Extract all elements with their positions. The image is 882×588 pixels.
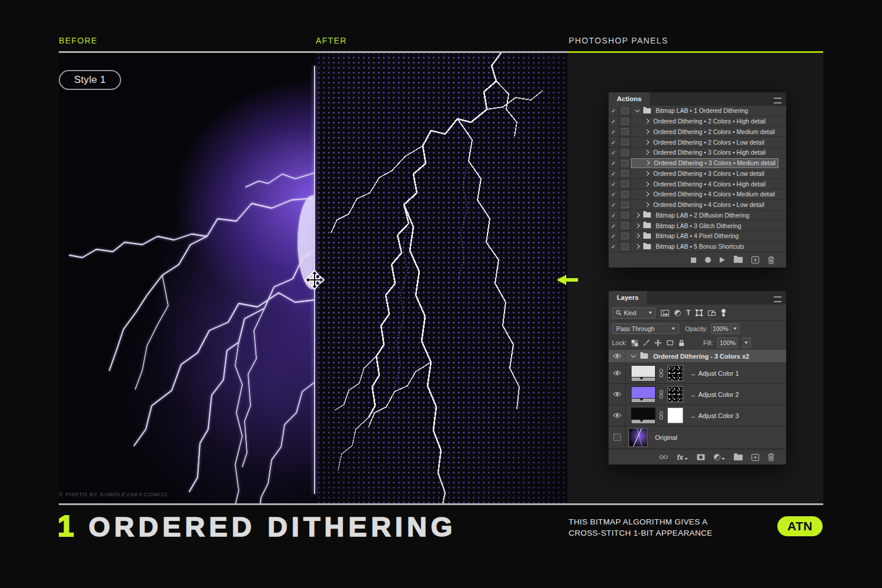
action-dialog-toggle[interactable]: [619, 231, 631, 241]
play-icon[interactable]: [720, 257, 725, 263]
chevron-right-icon[interactable]: [644, 119, 649, 123]
record-icon[interactable]: [705, 257, 711, 263]
action-dialog-toggle[interactable]: [619, 211, 631, 220]
fx-icon[interactable]: fx: [677, 455, 688, 460]
visibility-toggle[interactable]: [609, 405, 626, 426]
action-dialog-toggle[interactable]: [619, 169, 631, 179]
action-include-toggle[interactable]: [609, 242, 619, 252]
action-include-toggle[interactable]: [609, 169, 619, 179]
create-action-icon[interactable]: [751, 256, 759, 263]
opacity-dropdown[interactable]: [731, 323, 740, 334]
lock-transparent-icon[interactable]: [632, 340, 638, 346]
layer-row[interactable]: Original: [609, 426, 786, 449]
action-row[interactable]: Bitmap LAB • 1 Ordered Dithering: [609, 106, 786, 116]
chevron-right-icon[interactable]: [644, 202, 649, 207]
action-dialog-toggle[interactable]: [619, 127, 631, 137]
visibility-toggle[interactable]: [609, 350, 626, 362]
action-include-toggle[interactable]: [609, 179, 619, 189]
tab-actions[interactable]: Actions: [609, 92, 650, 106]
layer-thumbnail[interactable]: [632, 366, 655, 381]
action-row[interactable]: Ordered Dithering • 3 Colors • Low detai…: [609, 169, 786, 179]
layer-thumbnail[interactable]: [629, 429, 647, 446]
action-include-toggle[interactable]: [609, 189, 619, 199]
chevron-right-icon[interactable]: [644, 150, 649, 155]
action-row[interactable]: Ordered Dithering • 2 Colors • High deta…: [609, 116, 786, 127]
chevron-right-icon[interactable]: [645, 161, 650, 165]
layer-row[interactable]: ← Adjust Color 1: [609, 363, 786, 384]
action-dialog-toggle[interactable]: [619, 116, 631, 126]
lock-position-icon[interactable]: [654, 339, 662, 346]
chevron-right-icon[interactable]: [644, 181, 649, 186]
action-dialog-toggle[interactable]: [619, 189, 631, 199]
action-dialog-toggle[interactable]: [619, 106, 631, 116]
chevron-right-icon[interactable]: [644, 129, 649, 134]
action-row[interactable]: Ordered Dithering • 4 Colors • Low detai…: [609, 200, 786, 211]
link-icon[interactable]: [659, 455, 668, 460]
chevron-right-icon[interactable]: [635, 233, 640, 238]
group-icon[interactable]: [734, 455, 743, 460]
opacity-value[interactable]: 100%: [711, 323, 731, 334]
panel-menu-icon[interactable]: [774, 296, 781, 302]
smart-object-filter-icon[interactable]: [708, 310, 716, 316]
action-dialog-toggle[interactable]: [619, 137, 631, 147]
action-row[interactable]: Ordered Dithering • 2 Colors • Low detai…: [609, 137, 786, 148]
delete-icon[interactable]: [768, 453, 774, 461]
action-dialog-toggle[interactable]: [619, 220, 631, 230]
chevron-right-icon[interactable]: [635, 108, 640, 112]
action-row[interactable]: Ordered Dithering • 3 Colors • Medium de…: [609, 158, 786, 169]
move-cursor-icon[interactable]: [304, 269, 325, 290]
action-include-toggle[interactable]: [609, 137, 619, 147]
fill-value[interactable]: 100%: [717, 338, 737, 348]
chevron-right-icon[interactable]: [644, 192, 649, 196]
layer-group-row[interactable]: Ordered Dithering - 3 Colors x2: [609, 350, 786, 363]
chevron-right-icon[interactable]: [635, 213, 640, 218]
visibility-toggle[interactable]: [609, 426, 626, 448]
lock-pixels-icon[interactable]: [643, 339, 650, 346]
layer-row[interactable]: ← Adjust Color 2: [609, 384, 786, 405]
style-badge[interactable]: Style 1: [59, 70, 121, 90]
chevron-right-icon[interactable]: [635, 223, 640, 228]
tab-layers[interactable]: Layers: [609, 291, 647, 305]
stop-icon[interactable]: [691, 258, 696, 263]
layer-thumbnail[interactable]: [632, 408, 655, 423]
fill-dropdown[interactable]: [742, 338, 751, 348]
adjustment-filter-icon[interactable]: [674, 310, 681, 316]
lock-artboard-icon[interactable]: [666, 340, 674, 346]
link-icon[interactable]: [659, 369, 664, 377]
action-row[interactable]: Bitmap LAB • 2 Diffusion Dithering: [609, 211, 786, 221]
add-mask-icon[interactable]: [697, 454, 705, 460]
layer-mask-thumbnail[interactable]: [667, 407, 683, 423]
action-include-toggle[interactable]: [609, 231, 619, 241]
link-icon[interactable]: [659, 411, 664, 420]
action-include-toggle[interactable]: [609, 211, 619, 220]
filter-toggle-icon[interactable]: [721, 309, 726, 317]
type-filter-icon[interactable]: T: [686, 309, 690, 317]
action-row[interactable]: Ordered Dithering • 2 Colors • Medium de…: [609, 127, 786, 138]
delete-icon[interactable]: [768, 256, 774, 264]
action-include-toggle[interactable]: [609, 116, 619, 126]
new-layer-icon[interactable]: [751, 454, 759, 461]
link-icon[interactable]: [659, 390, 664, 399]
blend-mode-select[interactable]: Pass Through: [612, 323, 679, 334]
chevron-right-icon[interactable]: [644, 139, 649, 144]
action-row[interactable]: Ordered Dithering • 4 Colors • Medium de…: [609, 189, 786, 200]
action-row[interactable]: Ordered Dithering • 4 Colors • High deta…: [609, 179, 786, 189]
visibility-toggle[interactable]: [609, 363, 626, 383]
kind-filter-select[interactable]: Kind: [612, 308, 656, 319]
action-include-toggle[interactable]: [609, 158, 619, 168]
action-include-toggle[interactable]: [609, 106, 619, 116]
action-include-toggle[interactable]: [609, 148, 619, 158]
atn-badge[interactable]: ATN: [777, 516, 823, 536]
action-row[interactable]: Bitmap LAB • 5 Bonus Shortcuts: [609, 242, 786, 252]
layer-mask-thumbnail[interactable]: [667, 365, 683, 381]
action-row[interactable]: Bitmap LAB • 4 Pixel Dithering: [609, 231, 786, 242]
action-dialog-toggle[interactable]: [619, 242, 631, 252]
action-dialog-toggle[interactable]: [619, 158, 631, 168]
shape-filter-icon[interactable]: [696, 309, 703, 316]
action-include-toggle[interactable]: [609, 127, 619, 137]
pixel-layer-filter-icon[interactable]: [661, 310, 669, 316]
visibility-toggle[interactable]: [609, 384, 626, 405]
chevron-down-icon[interactable]: [631, 353, 636, 358]
create-set-icon[interactable]: [734, 257, 743, 263]
action-dialog-toggle[interactable]: [619, 148, 631, 158]
